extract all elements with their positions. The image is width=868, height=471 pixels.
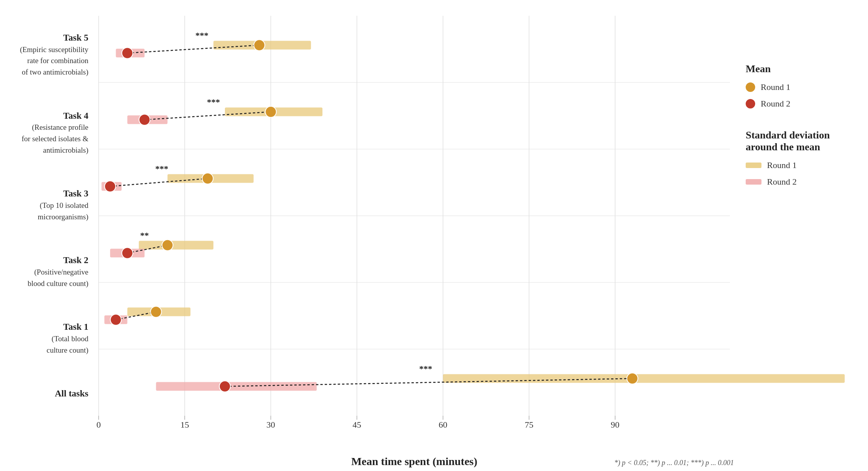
svg-text:15: 15 bbox=[180, 420, 189, 430]
svg-text:0: 0 bbox=[97, 420, 101, 430]
legend-round1-mean: Round 1 bbox=[746, 82, 852, 92]
legend-round1-label: Round 1 bbox=[761, 82, 790, 92]
y-label-task4: Task 4(Resistance profilefor selected is… bbox=[8, 110, 95, 156]
svg-point-34 bbox=[162, 240, 173, 251]
y-label-task5: Task 5(Empiric susceptibilityrate for co… bbox=[8, 32, 95, 78]
footnote: *) p < 0.05; **) p ... 0.01; ***) p ... … bbox=[614, 459, 734, 467]
legend-sd-title: Standard deviation around the mean bbox=[746, 129, 852, 153]
svg-point-23 bbox=[139, 114, 150, 125]
svg-text:***: *** bbox=[419, 364, 432, 374]
legend-sd-round1: Round 1 bbox=[746, 160, 852, 170]
svg-text:45: 45 bbox=[353, 420, 361, 430]
legend-round2-circle bbox=[746, 99, 755, 108]
legend-round1-circle bbox=[746, 82, 755, 92]
legend-mean-title: Mean bbox=[746, 63, 852, 75]
legend-sd-round2-rect bbox=[746, 179, 761, 185]
svg-text:75: 75 bbox=[525, 420, 533, 430]
svg-point-39 bbox=[150, 307, 161, 318]
y-label-task2: Task 2(Positive/negativeblood culture co… bbox=[8, 254, 95, 289]
legend-sd-round2: Round 2 bbox=[746, 177, 852, 187]
svg-point-46 bbox=[219, 381, 230, 392]
svg-text:***: *** bbox=[155, 164, 168, 174]
svg-text:***: *** bbox=[195, 30, 208, 40]
legend-sd-round1-label: Round 1 bbox=[767, 160, 797, 170]
svg-point-29 bbox=[105, 181, 116, 192]
svg-text:30: 30 bbox=[266, 420, 275, 430]
y-label-alltasks: All tasks bbox=[8, 388, 95, 400]
svg-rect-41 bbox=[443, 374, 845, 383]
svg-text:***: *** bbox=[207, 97, 220, 107]
y-label-task1: Task 1(Total bloodculture count) bbox=[8, 321, 95, 355]
svg-rect-42 bbox=[156, 382, 316, 391]
svg-point-45 bbox=[627, 373, 638, 384]
svg-text:60: 60 bbox=[439, 420, 447, 430]
y-label-task3: Task 3(Top 10 isolatedmicroorganisms) bbox=[8, 188, 95, 222]
legend-sd-round1-rect bbox=[746, 163, 761, 168]
svg-point-35 bbox=[122, 248, 133, 259]
legend-round2-mean: Round 2 bbox=[746, 99, 852, 109]
svg-point-22 bbox=[265, 107, 276, 118]
legend-round2-label: Round 2 bbox=[761, 99, 790, 109]
y-axis-labels: Task 5(Empiric susceptibilityrate for co… bbox=[8, 16, 95, 439]
plot-region: ************** 0153045607590 Mean time s… bbox=[95, 16, 734, 439]
svg-text:**: ** bbox=[140, 230, 149, 240]
legend-sd-round2-label: Round 2 bbox=[767, 177, 797, 187]
svg-point-28 bbox=[202, 173, 213, 184]
svg-point-16 bbox=[254, 40, 265, 51]
svg-point-40 bbox=[110, 314, 122, 325]
svg-text:90: 90 bbox=[611, 420, 619, 430]
svg-point-17 bbox=[122, 48, 133, 59]
